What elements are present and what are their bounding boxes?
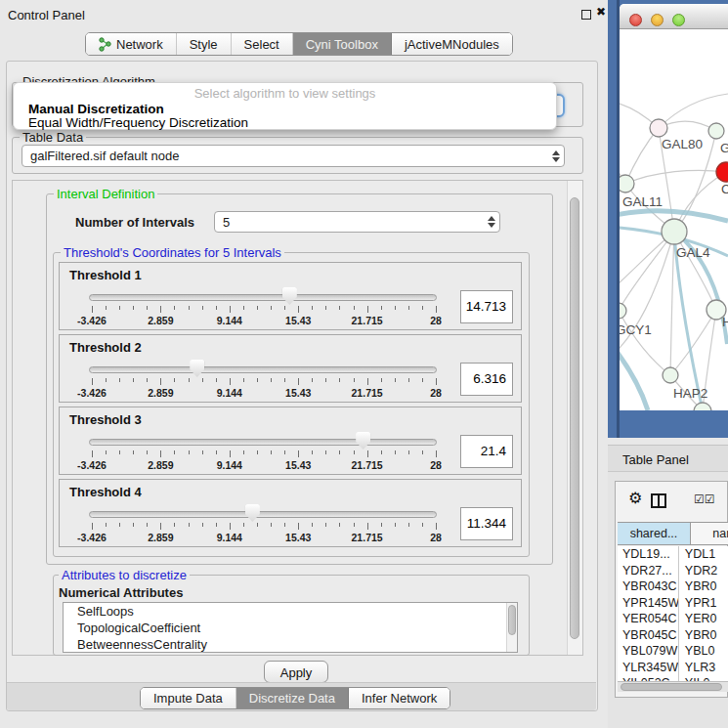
attribute-item-selfloops[interactable]: SelfLoops [64,603,517,620]
network-edge[interactable] [670,232,674,375]
table-row[interactable]: YDL19...YDL1 [618,546,728,563]
cell-name[interactable]: YBR0 [679,627,728,644]
tab-discretize-data[interactable]: Discretize Data [236,688,349,708]
tab-label: Select [244,37,279,52]
cell-shared-name[interactable]: YER054C [618,611,679,627]
cell-name[interactable]: YDR2 [679,563,728,579]
tab-jactivemnodules[interactable]: jActiveMNodules [392,33,512,55]
table-row[interactable]: YER054CYER0 [618,611,728,627]
slider-tick-label: -3.426 [61,532,123,543]
float-window-icon[interactable] [581,10,591,20]
combobox-arrows-icon[interactable] [548,150,564,162]
threshold-slider-track[interactable] [89,294,437,301]
numerical-attributes-list: SelfLoopsTopologicalCoefficientBetweenne… [63,602,518,653]
apply-button[interactable]: Apply [264,661,328,683]
minimize-button[interactable] [651,14,664,26]
slider-tick [422,523,423,527]
threshold-value-field[interactable]: 21.4 [460,435,513,468]
settings-scrollbar-thumb[interactable] [570,197,579,639]
number-of-intervals-combobox[interactable]: 5 [214,211,500,233]
threshold-value-field[interactable]: 6.316 [460,363,513,396]
table-hscrollbar-thumb[interactable] [621,683,722,691]
threshold-slider-thumb[interactable] [282,287,297,305]
cell-name[interactable]: YBL0 [679,643,728,660]
GCY1-node[interactable] [620,303,626,319]
tab-cyni-toolbox[interactable]: Cyni Toolbox [293,33,392,55]
slider-tick [160,378,161,385]
node-label-gal80: GAL80 [662,137,703,151]
attributes-group-label: Attributes to discretize [59,568,190,582]
attribute-item-topologicalcoefficient[interactable]: TopologicalCoefficient [64,620,517,636]
app-root: Control Panel ✖ NetworkStyleSelectCyni T… [0,0,728,728]
slider-tick [133,450,134,454]
network-edge[interactable] [620,232,674,311]
slider-tick-label: 2.859 [129,315,192,326]
threshold-panel-2: Threshold 2 -3.4262.8599.14415.4321.7152… [59,334,522,403]
table-row[interactable]: YDR27...YDR2 [618,563,728,579]
cell-shared-name[interactable]: YDL19... [618,546,679,563]
threshold-slider-track[interactable] [89,366,437,373]
table-hscrollbar-track[interactable] [618,681,728,692]
network-window-titlebar[interactable] [620,4,728,29]
cell-shared-name[interactable]: YBR045C [618,627,679,644]
attributes-scrollbar-thumb[interactable] [508,605,516,635]
slider-tick [354,306,355,310]
tab-impute-data[interactable]: Impute Data [141,688,236,708]
cell-shared-name[interactable]: YLR345W [618,660,679,676]
select-columns-icon[interactable]: ☑☑ [694,492,715,506]
GAL80-node[interactable] [650,119,667,137]
slider-tick-label: 15.43 [267,315,329,326]
column-header-shared-name[interactable]: shared... [618,523,691,544]
threshold-slider-thumb[interactable] [190,360,204,377]
tab-style[interactable]: Style [177,33,232,55]
table-row[interactable]: YBR045CYBR0 [618,627,728,644]
slider-tick [408,450,409,454]
number-of-intervals-label: Number of Intervals [75,215,194,230]
table-row[interactable]: YBR043CYBR0 [618,578,728,595]
HAP2-node[interactable] [663,367,678,383]
slider-tick [257,450,258,454]
network-canvas[interactable]: GAL80GCGAL11GAL4GCY1HHAP2 [620,29,728,410]
threshold-slider-track[interactable] [89,511,437,518]
cell-shared-name[interactable]: YBL079W [618,643,679,660]
dropdown-item-equal-width-frequency[interactable]: Equal Width/Frequency Discretization [17,115,553,130]
table-row[interactable]: YLR345WYLR3 [618,660,728,676]
node-top-right[interactable] [708,123,724,139]
zoom-button[interactable] [672,14,685,26]
slider-tick [189,378,190,382]
cell-name[interactable]: YPR1 [679,595,728,612]
cell-shared-name[interactable]: YDR27... [618,563,679,579]
show-columns-icon[interactable] [651,493,666,508]
node-label-h: H [722,315,728,329]
table-row[interactable]: YBL079WYBL0 [618,643,728,660]
cell-name[interactable]: YBR0 [679,578,728,595]
tab-network[interactable]: Network [86,33,177,55]
threshold-value-field[interactable]: 11.344 [460,507,513,540]
tab-infer-network[interactable]: Infer Network [349,688,450,708]
cell-name[interactable]: YLR3 [679,660,728,676]
close-button[interactable] [629,14,642,26]
threshold-slider-thumb[interactable] [245,504,260,522]
cell-shared-name[interactable]: YBR043C [618,578,679,595]
threshold-slider-thumb[interactable] [356,432,370,450]
slider-tick [298,306,299,313]
column-header-name[interactable]: name [691,523,728,544]
slider-tick [354,450,355,454]
combobox-arrows-icon[interactable] [484,216,499,228]
tab-select[interactable]: Select [232,33,293,55]
cell-name[interactable]: YER0 [679,611,728,627]
table-data-combobox[interactable]: galFiltered.sif default node [21,145,565,167]
attribute-item-betweennesscentrality[interactable]: BetweennessCentrality [64,636,517,653]
cell-shared-name[interactable]: YPR145W [618,595,679,612]
threshold-slider-track[interactable] [89,439,437,446]
gear-icon[interactable]: ⚙ [628,491,642,506]
dropdown-item-manual-discretization[interactable]: Manual Discretization [17,102,553,116]
threshold-value-field[interactable]: 14.713 [460,290,513,323]
table-row[interactable]: YPR145WYPR1 [618,595,728,612]
cell-name[interactable]: YDL1 [679,546,728,563]
GAL11-node[interactable] [620,175,634,193]
close-icon[interactable]: ✖ [596,5,606,19]
GAL4-node[interactable] [662,219,687,244]
network-edge[interactable] [620,340,648,410]
selected-red-node[interactable] [716,162,728,182]
